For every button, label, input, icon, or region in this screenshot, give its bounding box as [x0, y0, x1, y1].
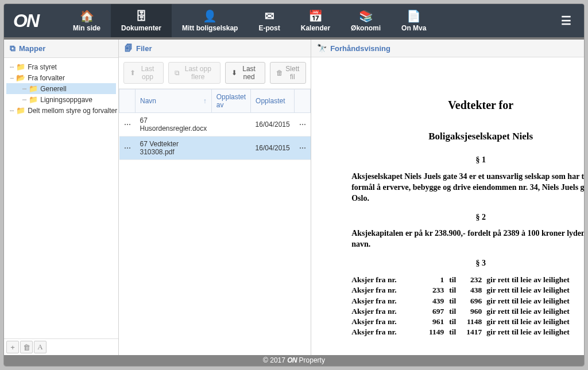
preview-viewport[interactable]: Vedtekter for Boligaksjeselskapet Niels …: [311, 57, 584, 355]
files-panel: 🗐 Filer ⬆ Last opp ⧉ Last opp flere ⬇ La…: [119, 40, 311, 355]
doc-heading-1: Vedtekter for: [351, 98, 584, 113]
nav-item-dokumenter[interactable]: 🗄 Dokumenter: [111, 4, 172, 37]
nav-label: E-post: [258, 24, 280, 32]
folder-icon: 📁: [16, 106, 25, 115]
preview-document: Vedtekter for Boligaksjeselskapet Niels …: [311, 57, 584, 349]
nav-item-min-side[interactable]: 🏠 Min side: [63, 4, 111, 37]
cell-by: [211, 113, 250, 137]
share-row: Aksjer fra nr. 1149 til 1417 gir rett ti…: [351, 327, 584, 337]
nav-item-okonomi[interactable]: 📚 Økonomi: [341, 4, 391, 37]
envelope-icon: ✉: [265, 9, 274, 23]
trash-icon: 🗑: [276, 69, 283, 77]
nav-label: Min side: [73, 24, 100, 32]
nav-item-mitt-boligselskap[interactable]: 👤 Mitt boligselskap: [172, 4, 248, 37]
nav-item-epost[interactable]: ✉ E-post: [248, 4, 290, 37]
footer-suffix: Property: [299, 356, 325, 364]
folder-icon: 📁: [29, 84, 38, 93]
col-uploaded-date[interactable]: Opplastet: [251, 89, 295, 113]
folders-footer: + 🗑 A: [4, 338, 118, 355]
folders-header: ⧉ Mapper: [4, 40, 118, 58]
col-actions[interactable]: [295, 89, 311, 113]
tree-node-fra-forvalter[interactable]: − 📂 Fra forvalter: [6, 72, 116, 83]
tree-node-ligningsoppgave[interactable]: ⋯ 📁 Ligningsoppgave: [6, 94, 116, 105]
cell-name: 67 Husordensregler.docx: [136, 113, 212, 137]
download-icon: ⬇: [231, 69, 237, 77]
app-footer: © 2017 ON Property: [4, 355, 584, 366]
col-drag[interactable]: [119, 89, 136, 113]
preview-header: 🔭 Forhåndsvisning: [311, 40, 584, 57]
col-uploaded-by[interactable]: Opplastet av: [211, 89, 250, 113]
preview-body: Vedtekter for Boligaksjeselskapet Niels …: [311, 57, 584, 355]
font-button[interactable]: A: [34, 341, 47, 353]
home-icon: 🏠: [80, 9, 94, 23]
doc-section-2: § 2: [351, 212, 584, 223]
footer-brand: ON: [287, 356, 297, 364]
share-row: Aksjer fra nr. 233 til 438 gir rett til …: [351, 285, 584, 295]
btn-label: Slett fil: [285, 65, 300, 81]
nav-items: 🏠 Min side 🗄 Dokumenter 👤 Mitt boligsels…: [63, 4, 436, 37]
doc-paragraph: Aksjeselskapet Niels Juels gate 34 er et…: [351, 172, 584, 204]
upload-icon: ⬆: [130, 69, 136, 77]
content-area: ⧉ Mapper ⋯ 📁 Fra styret − 📂 Fra forvalte…: [4, 37, 584, 355]
cell-date: 16/04/2015: [251, 137, 295, 160]
doc-section-3: § 3: [351, 258, 584, 269]
tree-label: Ligningsoppgave: [40, 96, 92, 104]
footer-copyright: © 2017: [263, 356, 287, 364]
cell-name: 67 Vedtekter 310308.pdf: [136, 137, 212, 160]
delete-folder-button[interactable]: 🗑: [20, 341, 33, 353]
files-body: ⬆ Last opp ⧉ Last opp flere ⬇ Last ned 🗑…: [119, 57, 311, 355]
share-row: Aksjer fra nr. 439 til 696 gir rett til …: [351, 296, 584, 306]
delete-file-button[interactable]: 🗑 Slett fil: [270, 62, 307, 84]
row-menu-button[interactable]: ⋯: [295, 137, 311, 160]
upload-multi-button[interactable]: ⧉ Last opp flere: [168, 62, 220, 84]
share-row: Aksjer fra nr. 1 til 232 gir rett til le…: [351, 275, 584, 285]
col-name[interactable]: Navn ↑: [136, 89, 212, 113]
nav-label: Mitt boligselskap: [182, 24, 238, 32]
nav-label: Økonomi: [351, 24, 381, 32]
cell-date: 16/04/2015: [251, 113, 295, 137]
nav-item-kalender[interactable]: 📅 Kalender: [291, 4, 341, 37]
folder-open-icon: 📂: [16, 73, 25, 82]
document-icon: 📄: [407, 9, 421, 23]
preview-title: Forhåndsvisning: [330, 44, 390, 53]
tree-node-delt[interactable]: ⋯ 📁 Delt mellom styre og forvalter: [6, 105, 116, 116]
binoculars-icon: 🔭: [317, 44, 327, 53]
table-row[interactable]: ⋯ 67 Husordensregler.docx 16/04/2015 ⋯: [119, 113, 311, 137]
trash-icon: 🗑: [23, 343, 30, 352]
tree-node-fra-styret[interactable]: ⋯ 📁 Fra styret: [6, 61, 116, 72]
copy-icon: ⧉: [10, 44, 16, 53]
tree-label: Generell: [40, 85, 66, 93]
menu-button[interactable]: ☰: [555, 14, 577, 28]
row-menu-button[interactable]: ⋯: [295, 113, 311, 137]
folder-icon: 📁: [29, 95, 38, 104]
drag-handle-icon[interactable]: ⋯: [119, 113, 136, 137]
drag-handle-icon[interactable]: ⋯: [119, 137, 136, 160]
add-folder-button[interactable]: +: [6, 341, 19, 353]
folders-body: ⋯ 📁 Fra styret − 📂 Fra forvalter ⋯ 📁 Gen…: [4, 58, 118, 338]
nav-label: Kalender: [301, 24, 330, 32]
files-toolbar: ⬆ Last opp ⧉ Last opp flere ⬇ Last ned 🗑…: [119, 57, 311, 89]
folder-icon: 📁: [16, 63, 25, 71]
files-icon: 🗐: [125, 44, 133, 53]
doc-paragraph: Aksjekapitalen er på kr 238.900,- fordel…: [351, 228, 584, 250]
files-title: Filer: [136, 44, 152, 53]
table-row[interactable]: ⋯ 67 Vedtekter 310308.pdf 16/04/2015 ⋯: [119, 137, 311, 160]
nav-item-on-mva[interactable]: 📄 On Mva: [391, 4, 436, 37]
share-table: Aksjer fra nr. 1 til 232 gir rett til le…: [351, 275, 584, 337]
col-label: Navn: [140, 97, 156, 105]
upload-button[interactable]: ⬆ Last opp: [123, 62, 164, 84]
preview-panel: 🔭 Forhåndsvisning Vedtekter for Boligaks…: [311, 40, 584, 355]
tree-label: Delt mellom styre og forvalter: [28, 107, 117, 115]
doc-heading-2: Boligaksjeselskapet Niels: [351, 130, 584, 143]
download-button[interactable]: ⬇ Last ned: [225, 62, 265, 84]
tree-node-generell[interactable]: ⋯ 📁 Generell: [6, 83, 116, 94]
share-row: Aksjer fra nr. 697 til 960 gir rett til …: [351, 306, 584, 317]
folder-tree: ⋯ 📁 Fra styret − 📂 Fra forvalter ⋯ 📁 Gen…: [4, 58, 118, 119]
tree-label: Fra forvalter: [28, 74, 65, 82]
btn-label: Last ned: [239, 65, 259, 81]
brand-logo: ON: [11, 10, 63, 32]
btn-label: Last opp flere: [182, 65, 214, 81]
folders-panel: ⧉ Mapper ⋯ 📁 Fra styret − 📂 Fra forvalte…: [4, 40, 119, 355]
books-icon: 📚: [359, 9, 373, 23]
upload-multi-icon: ⧉: [175, 69, 180, 77]
